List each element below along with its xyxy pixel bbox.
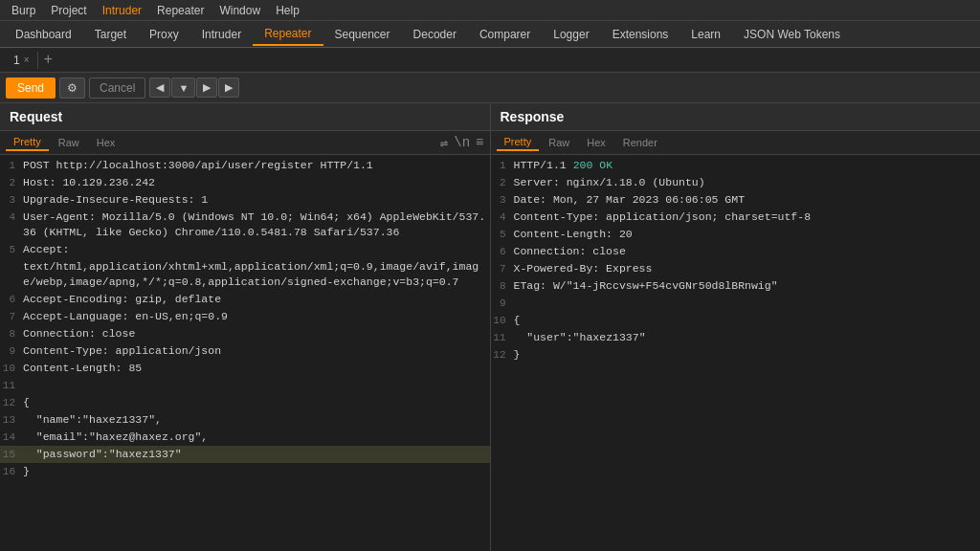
next-button[interactable]: ▶	[196, 77, 217, 98]
menu-window[interactable]: Window	[212, 2, 268, 19]
request-tab-pretty[interactable]: Pretty	[6, 134, 49, 151]
menu-repeater[interactable]: Repeater	[149, 2, 212, 19]
tab-add-btn[interactable]: +	[38, 52, 59, 69]
tab-extensions[interactable]: Extensions	[601, 24, 680, 45]
resp-line-9: 9	[491, 295, 981, 312]
req-line-5: 5 Accept:	[0, 241, 490, 258]
request-panel-title: Request	[10, 109, 62, 124]
cancel-button[interactable]: Cancel	[89, 77, 145, 99]
response-panel-tabs: Pretty Raw Hex Render	[491, 131, 981, 155]
tab-proxy[interactable]: Proxy	[138, 24, 190, 45]
req-line-7: 7 Accept-Language: en-US,en;q=0.9	[0, 308, 490, 325]
resp-line-10: 10 {	[491, 312, 981, 329]
resp-line-12: 12 }	[491, 346, 981, 364]
menu-help[interactable]: Help	[268, 2, 307, 19]
prev-button[interactable]: ◀	[149, 77, 170, 98]
request-tab-raw[interactable]: Raw	[51, 135, 87, 150]
req-line-8: 8 Connection: close	[0, 325, 490, 342]
response-panel: Response Pretty Raw Hex Render 1 HTTP/1.…	[491, 103, 981, 551]
tab-close-btn[interactable]: ×	[24, 55, 30, 65]
tab-bar: 1 × +	[0, 48, 980, 73]
req-line-15: 15 "password":"haxez1337"	[0, 446, 490, 463]
tab-jwt[interactable]: JSON Web Tokens	[732, 24, 852, 45]
resp-line-11: 11 "user":"haxez1337"	[491, 329, 981, 346]
tab-sequencer[interactable]: Sequencer	[323, 24, 402, 45]
word-wrap-icon[interactable]: ⇌	[440, 135, 448, 151]
request-panel-header: Request	[0, 103, 490, 131]
req-line-6: 6 Accept-Encoding: gzip, deflate	[0, 291, 490, 308]
response-tab-hex[interactable]: Hex	[579, 135, 613, 150]
response-body[interactable]: 1 HTTP/1.1 200 OK 2 Server: nginx/1.18.0…	[491, 155, 981, 551]
req-line-14: 14 "email":"haxez@haxez.org",	[0, 429, 490, 446]
req-line-4: 4 User-Agent: Mozilla/5.0 (Windows NT 10…	[0, 209, 490, 241]
nav-tabs: Dashboard Target Proxy Intruder Repeater…	[0, 21, 980, 48]
response-panel-header: Response	[491, 103, 981, 131]
req-line-5b: text/html,application/xhtml+xml,applicat…	[0, 258, 490, 291]
req-line-16: 16 }	[0, 463, 490, 480]
menu-intruder[interactable]: Intruder	[95, 2, 149, 19]
req-line-10: 10 Content-Length: 85	[0, 360, 490, 377]
response-tab-render[interactable]: Render	[615, 135, 665, 150]
tab-learn[interactable]: Learn	[679, 24, 732, 45]
resp-line-1: 1 HTTP/1.1 200 OK	[491, 157, 981, 174]
tab-decoder[interactable]: Decoder	[402, 24, 468, 45]
req-line-12: 12 {	[0, 394, 490, 411]
req-line-1: 1 POST http://localhost:3000/api/user/re…	[0, 157, 490, 174]
tab-logger[interactable]: Logger	[542, 24, 600, 45]
request-body[interactable]: 1 POST http://localhost:3000/api/user/re…	[0, 155, 490, 551]
request-panel: Request Pretty Raw Hex ⇌ \n ≡ 1 POST htt…	[0, 103, 491, 551]
resp-line-8: 8 ETag: W/"14-jRccvsw+F54cvGNr50d8lBRnwi…	[491, 277, 981, 295]
next2-button[interactable]: ▶	[218, 77, 239, 98]
request-tab-icons: ⇌ \n ≡	[440, 135, 484, 151]
resp-line-6: 6 Connection: close	[491, 243, 981, 260]
req-line-13: 13 "name":"haxez1337",	[0, 411, 490, 429]
tab-comparer[interactable]: Comparer	[468, 24, 542, 45]
tab-repeater[interactable]: Repeater	[253, 23, 323, 46]
resp-line-4: 4 Content-Type: application/json; charse…	[491, 209, 981, 226]
req-line-2: 2 Host: 10.129.236.242	[0, 174, 490, 191]
resp-line-2: 2 Server: nginx/1.18.0 (Ubuntu)	[491, 174, 981, 191]
menu-bar: Burp Project Intruder Repeater Window He…	[0, 0, 980, 21]
tab-intruder[interactable]: Intruder	[190, 24, 253, 45]
newline-icon[interactable]: \n	[454, 135, 470, 150]
response-tab-pretty[interactable]: Pretty	[497, 134, 540, 151]
req-line-9: 9 Content-Type: application/json	[0, 342, 490, 360]
response-panel-title: Response	[501, 109, 565, 124]
send-button[interactable]: Send	[6, 77, 56, 99]
menu-burp[interactable]: Burp	[4, 2, 43, 19]
dropdown-button[interactable]: ▼	[171, 77, 195, 98]
tab-number: 1	[13, 54, 20, 67]
resp-line-3: 3 Date: Mon, 27 Mar 2023 06:06:05 GMT	[491, 191, 981, 209]
main-content: Request Pretty Raw Hex ⇌ \n ≡ 1 POST htt…	[0, 103, 980, 551]
format-icon[interactable]: ≡	[476, 135, 483, 150]
resp-line-5: 5 Content-Length: 20	[491, 226, 981, 243]
tab-target[interactable]: Target	[83, 24, 138, 45]
nav-arrows: ◀ ▼ ▶ ▶	[149, 77, 239, 98]
resp-line-7: 7 X-Powered-By: Express	[491, 260, 981, 277]
request-panel-tabs: Pretty Raw Hex ⇌ \n ≡	[0, 131, 490, 155]
tab-dashboard[interactable]: Dashboard	[4, 24, 83, 45]
repeater-tab-1[interactable]: 1 ×	[6, 52, 38, 69]
settings-button[interactable]: ⚙	[59, 77, 85, 99]
menu-project[interactable]: Project	[43, 2, 94, 19]
response-tab-raw[interactable]: Raw	[541, 135, 577, 150]
request-tab-hex[interactable]: Hex	[89, 135, 123, 150]
req-line-11: 11	[0, 377, 490, 394]
toolbar: Send ⚙ Cancel ◀ ▼ ▶ ▶	[0, 73, 980, 103]
req-line-3: 3 Upgrade-Insecure-Requests: 1	[0, 191, 490, 209]
